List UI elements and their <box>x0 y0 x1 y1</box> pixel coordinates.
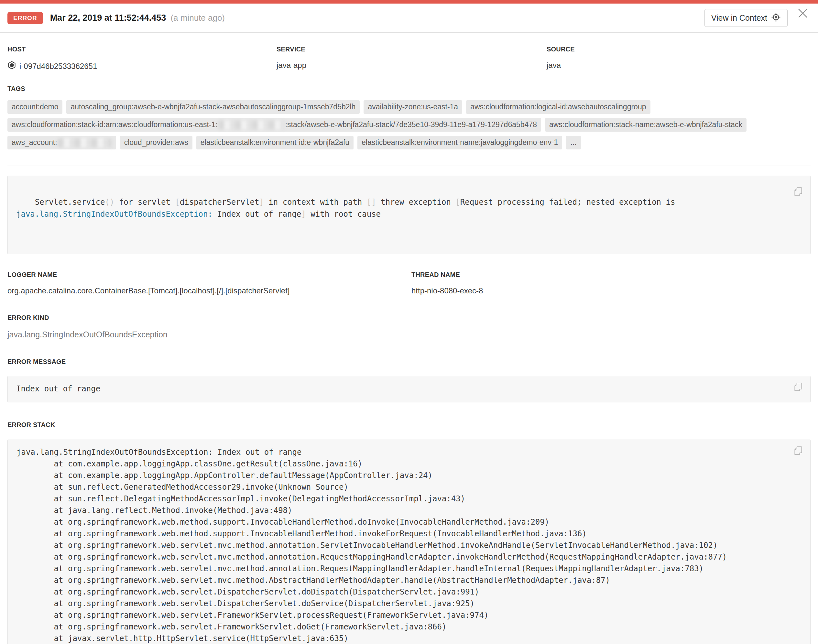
stack-line: at org.springframework.web.method.suppor… <box>17 528 787 540</box>
logger-thread-section: LOGGER NAME org.apache.catalina.core.Con… <box>8 271 810 295</box>
exception-class-link[interactable]: java.lang.StringIndexOutOfBoundsExceptio… <box>16 210 213 219</box>
message-segment: for servlet <box>114 198 175 207</box>
tag-pill[interactable]: account:demo <box>8 100 63 114</box>
close-icon[interactable] <box>797 7 809 20</box>
log-detail-header: ERROR Mar 22, 2019 at 11:52:44.453 (a mi… <box>0 3 818 33</box>
stack-line: at org.springframework.web.servlet.Frame… <box>17 609 787 621</box>
stack-line: at org.springframework.web.servlet.mvc.m… <box>17 563 787 575</box>
relative-time: (a minute ago) <box>170 13 225 23</box>
message-segment: Index out of range <box>213 210 302 219</box>
message-segment: ] <box>301 210 306 219</box>
tags-section: TAGS account:demoautoscaling_group:awseb… <box>8 85 810 149</box>
copy-icon[interactable] <box>786 182 803 202</box>
stack-line: at org.springframework.web.servlet.mvc.m… <box>17 540 787 551</box>
message-segment: threw exception <box>376 198 456 207</box>
error-stack-box: java.lang.StringIndexOutOfBoundsExceptio… <box>8 440 810 644</box>
stack-line: at javax.servlet.http.HttpServlet.servic… <box>17 633 787 644</box>
source-column: SOURCE java <box>547 46 810 72</box>
message-segment: dispatcherServlet <box>180 198 259 207</box>
tags-list: account:demoautoscaling_group:awseb-e-wb… <box>8 100 806 149</box>
host-label: HOST <box>8 46 277 53</box>
stack-line: at sun.reflect.GeneratedMethodAccessor29… <box>17 481 787 493</box>
host-value[interactable]: i-097d46b2533362651 <box>19 62 97 71</box>
tags-label: TAGS <box>8 85 810 92</box>
thread-name-column: THREAD NAME http-nio-8080-exec-8 <box>411 271 810 295</box>
service-column: SERVICE java-app <box>277 46 547 72</box>
stack-line: at org.springframework.web.servlet.mvc.m… <box>17 551 787 563</box>
error-kind-label: ERROR KIND <box>8 314 810 322</box>
tag-pill[interactable]: aws_account: <box>8 136 116 149</box>
view-in-context-label: View in Context <box>711 13 767 23</box>
stack-line: at org.springframework.web.servlet.Dispa… <box>17 598 787 609</box>
message-segment: with root cause <box>306 210 381 219</box>
status-badge: ERROR <box>8 12 43 24</box>
stack-line: at org.springframework.web.servlet.Frame… <box>17 621 787 633</box>
message-segment: Request processing failed; nested except… <box>460 198 680 207</box>
error-message-label: ERROR MESSAGE <box>8 358 810 365</box>
stack-line: at org.springframework.web.method.suppor… <box>17 516 787 528</box>
section-divider <box>8 166 810 166</box>
tag-pill[interactable]: aws:cloudformation:logical-id:awsebautos… <box>466 100 650 114</box>
stack-line: at java.lang.reflect.Method.invoke(Metho… <box>17 504 787 516</box>
source-label: SOURCE <box>547 46 810 53</box>
tag-pill[interactable]: availability-zone:us-east-1a <box>363 100 462 114</box>
tag-pill[interactable]: cloud_provider:aws <box>120 136 193 149</box>
log-message-box: Servlet.service() for servlet [dispatche… <box>8 176 810 254</box>
stack-line: at com.example.app.loggingApp.classOne.g… <box>17 458 787 470</box>
thread-name-label: THREAD NAME <box>411 271 810 279</box>
log-timestamp: Mar 22, 2019 at 11:52:44.453 <box>50 13 166 23</box>
log-message-text: Servlet.service() for servlet [dispatche… <box>16 198 680 219</box>
stack-line: at org.springframework.web.servlet.Dispa… <box>17 586 787 598</box>
error-stack-text: java.lang.StringIndexOutOfBoundsExceptio… <box>17 446 787 644</box>
message-segment: Servlet.service <box>35 198 105 207</box>
message-segment: () <box>105 198 115 207</box>
message-segment: [ <box>455 198 460 207</box>
host-icon <box>8 61 16 72</box>
tag-pill[interactable]: autoscaling_group:awseb-e-wbnjfa2afu-sta… <box>66 100 360 114</box>
stack-line: at sun.reflect.DelegatingMethodAccessorI… <box>17 493 787 504</box>
stack-line: java.lang.StringIndexOutOfBoundsExceptio… <box>17 446 787 458</box>
error-message-text: Index out of range <box>16 384 100 393</box>
message-segment: ] <box>259 198 263 207</box>
source-value[interactable]: java <box>547 61 561 70</box>
tag-pill[interactable]: elasticbeanstalk:environment-id:e-wbnjfa… <box>196 136 354 149</box>
log-detail-body: HOST i-097d46b2533362651 SERVICE java-ap… <box>0 46 818 644</box>
meta-section: HOST i-097d46b2533362651 SERVICE java-ap… <box>8 46 810 72</box>
host-column: HOST i-097d46b2533362651 <box>8 46 277 72</box>
redacted-blur <box>218 121 285 129</box>
crosshair-icon <box>771 12 781 24</box>
service-value[interactable]: java-app <box>277 61 306 70</box>
message-segment: [ <box>175 198 179 207</box>
redacted-blur <box>58 138 111 147</box>
logger-name-value[interactable]: org.apache.catalina.core.ContainerBase.[… <box>8 286 411 295</box>
error-message-box: Index out of range <box>8 376 810 402</box>
tag-pill[interactable]: aws:cloudformation:stack-name:awseb-e-wb… <box>545 118 746 132</box>
top-accent-bar <box>0 0 818 3</box>
logger-name-column: LOGGER NAME org.apache.catalina.core.Con… <box>8 271 411 295</box>
service-label: SERVICE <box>277 46 547 53</box>
tag-pill[interactable]: ... <box>566 136 581 149</box>
stack-line: at com.example.app.loggingApp.AppControl… <box>17 470 787 481</box>
stack-line: at org.springframework.web.servlet.mvc.m… <box>17 575 787 586</box>
error-kind-value[interactable]: java.lang.StringIndexOutOfBoundsExceptio… <box>8 330 810 339</box>
tag-pill[interactable]: aws:cloudformation:stack-id:arn:aws:clou… <box>8 118 541 132</box>
message-segment: in context with path <box>264 198 367 207</box>
copy-icon[interactable] <box>793 382 803 393</box>
logger-name-label: LOGGER NAME <box>8 271 411 279</box>
copy-icon[interactable] <box>793 446 803 456</box>
message-segment: [] <box>367 198 376 207</box>
thread-name-value[interactable]: http-nio-8080-exec-8 <box>411 286 810 295</box>
view-in-context-button[interactable]: View in Context <box>705 9 787 27</box>
error-stack-label: ERROR STACK <box>8 421 810 429</box>
tag-pill[interactable]: elasticbeanstalk:environment-name:javalo… <box>357 136 562 149</box>
